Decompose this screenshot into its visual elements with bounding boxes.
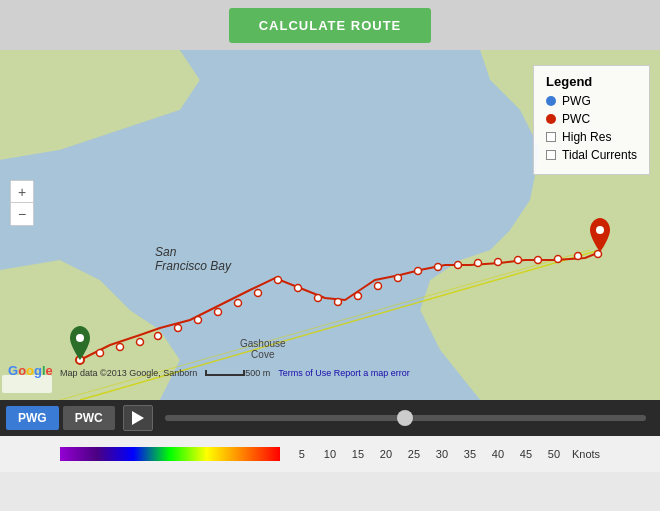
legend-pwc-label: PWC xyxy=(562,112,590,126)
knots-label: Knots xyxy=(572,448,600,460)
legend-box: Legend PWG PWC High Res Tidal Currents xyxy=(533,65,650,175)
scale-label-10: 10 xyxy=(316,448,344,460)
scale-label-30: 30 xyxy=(428,448,456,460)
legend-tidal-label: Tidal Currents xyxy=(562,148,637,162)
svg-point-9 xyxy=(97,350,104,357)
legend-pwg: PWG xyxy=(546,94,637,108)
terms-link[interactable]: Terms of Use xyxy=(278,368,331,378)
scale-label-50: 50 xyxy=(540,448,568,460)
map-data-label: Map data ©2013 Google, Sanborn xyxy=(60,368,197,378)
map-attribution: Map data ©2013 Google, Sanborn 500 m Ter… xyxy=(60,368,660,378)
svg-point-17 xyxy=(255,290,262,297)
svg-point-16 xyxy=(235,300,242,307)
scale-value: 500 m xyxy=(245,368,270,378)
svg-point-13 xyxy=(175,325,182,332)
zoom-controls: + − xyxy=(10,180,34,226)
svg-point-29 xyxy=(495,259,502,266)
svg-point-27 xyxy=(455,262,462,269)
svg-point-36 xyxy=(76,334,84,342)
color-scale-bar: 5 10 15 20 25 30 35 40 45 50 Knots xyxy=(0,436,660,472)
svg-point-28 xyxy=(475,260,482,267)
scale-label-15: 15 xyxy=(344,448,372,460)
svg-point-32 xyxy=(555,256,562,263)
svg-point-20 xyxy=(315,295,322,302)
map-label-gashouse: GashouseCove xyxy=(240,338,286,360)
legend-pwc: PWC xyxy=(546,112,637,126)
map-label-bay: SanFrancisco Bay xyxy=(155,245,231,273)
legend-title: Legend xyxy=(546,74,637,89)
svg-point-19 xyxy=(295,285,302,292)
pwc-tab-button[interactable]: PWC xyxy=(63,406,115,430)
legend-highres-label: High Res xyxy=(562,130,611,144)
scale-label-25: 25 xyxy=(400,448,428,460)
pwc-dot xyxy=(546,114,556,124)
scale-line xyxy=(205,370,245,376)
color-gradient xyxy=(60,447,280,461)
svg-point-14 xyxy=(195,317,202,324)
calculate-route-button[interactable]: CALCULATE ROUTE xyxy=(229,8,432,43)
svg-point-12 xyxy=(155,333,162,340)
progress-thumb[interactable] xyxy=(397,410,413,426)
top-bar: CALCULATE ROUTE xyxy=(0,0,660,50)
svg-point-34 xyxy=(595,251,602,258)
svg-point-22 xyxy=(355,293,362,300)
svg-point-30 xyxy=(515,257,522,264)
playback-bar: PWG PWC xyxy=(0,400,660,436)
svg-point-10 xyxy=(117,344,124,351)
report-link[interactable]: Report a map error xyxy=(334,368,410,378)
scale-label-40: 40 xyxy=(484,448,512,460)
svg-point-25 xyxy=(415,268,422,275)
pwg-tab-button[interactable]: PWG xyxy=(6,406,59,430)
play-button[interactable] xyxy=(123,405,153,431)
svg-point-21 xyxy=(335,299,342,306)
zoom-in-button[interactable]: + xyxy=(11,181,33,203)
legend-highres[interactable]: High Res xyxy=(546,130,637,144)
google-logo: Google xyxy=(8,362,53,378)
svg-point-33 xyxy=(575,253,582,260)
tidal-checkbox[interactable] xyxy=(546,150,556,160)
scale-labels: 5 10 15 20 25 30 35 40 45 50 xyxy=(288,448,568,460)
play-icon xyxy=(132,411,144,425)
scale-label-20: 20 xyxy=(372,448,400,460)
svg-point-35 xyxy=(596,226,604,234)
highres-checkbox[interactable] xyxy=(546,132,556,142)
svg-point-15 xyxy=(215,309,222,316)
svg-point-18 xyxy=(275,277,282,284)
pwg-dot xyxy=(546,96,556,106)
svg-point-26 xyxy=(435,264,442,271)
scale-bar: 500 m xyxy=(205,368,270,378)
svg-point-23 xyxy=(375,283,382,290)
scale-label-35: 35 xyxy=(456,448,484,460)
map-container: Sat 14/Sep 14:00 GMT-7 xyxy=(0,50,660,400)
svg-point-24 xyxy=(395,275,402,282)
legend-pwg-label: PWG xyxy=(562,94,591,108)
svg-point-31 xyxy=(535,257,542,264)
scale-label-45: 45 xyxy=(512,448,540,460)
progress-track[interactable] xyxy=(165,415,646,421)
zoom-out-button[interactable]: − xyxy=(11,203,33,225)
scale-label-5: 5 xyxy=(288,448,316,460)
svg-point-11 xyxy=(137,339,144,346)
legend-tidal[interactable]: Tidal Currents xyxy=(546,148,637,162)
